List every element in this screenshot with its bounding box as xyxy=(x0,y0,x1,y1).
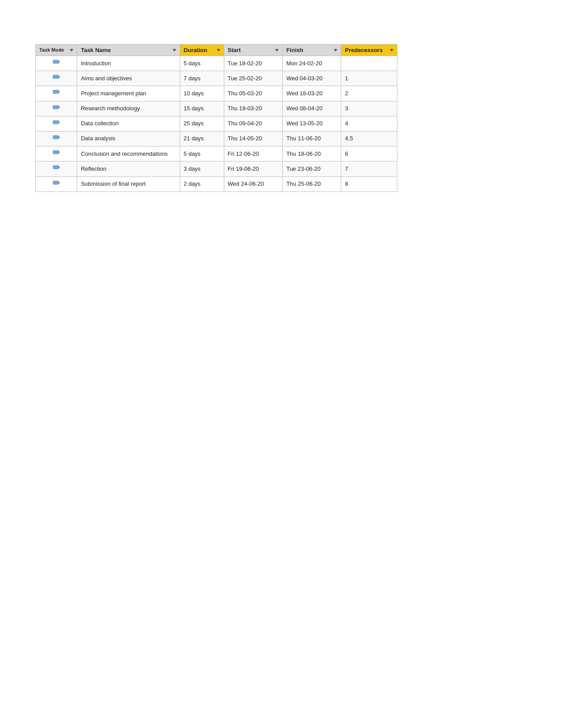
task-mode-icon xyxy=(53,73,60,81)
svg-marker-10 xyxy=(59,106,60,109)
predecessors-cell: 4 xyxy=(341,116,397,131)
start-cell: Fri 19-06-20 xyxy=(224,161,283,176)
finish-cell: Thu 11-06-20 xyxy=(283,131,341,146)
finish-cell: Wed 13-05-20 xyxy=(283,116,341,131)
task-name-cell: Project management plan xyxy=(77,86,180,101)
predecessors-cell: 4,5 xyxy=(341,131,397,146)
duration-cell: 7 days xyxy=(180,71,224,86)
predecessors-cell xyxy=(341,56,397,71)
sort-arrow-task-mode xyxy=(70,49,73,52)
svg-marker-4 xyxy=(59,75,60,78)
predecessors-cell: 7 xyxy=(341,161,397,176)
col-header-task-name[interactable]: Task Name xyxy=(77,45,180,56)
table-row: Reflection3 daysFri 19-06-20Tue 23-06-20… xyxy=(36,161,397,176)
task-mode-cell xyxy=(36,131,77,146)
task-mode-icon xyxy=(53,134,60,142)
gantt-table: Task Mode Task Name Duration xyxy=(35,44,397,192)
task-mode-icon xyxy=(53,104,60,112)
col-header-task-mode[interactable]: Task Mode xyxy=(36,45,77,56)
svg-rect-15 xyxy=(53,135,59,139)
task-name-cell: Data collection xyxy=(77,116,180,131)
duration-cell: 5 days xyxy=(180,56,224,71)
svg-rect-21 xyxy=(53,165,59,169)
predecessors-cell: 1 xyxy=(341,71,397,86)
duration-label: Duration xyxy=(184,47,207,53)
task-mode-icon xyxy=(53,58,60,66)
predecessors-cell: 3 xyxy=(341,101,397,116)
task-name-cell: Research methodology xyxy=(77,101,180,116)
svg-rect-0 xyxy=(53,60,59,64)
table-row: Submission of final report2 daysWed 24-0… xyxy=(36,176,397,191)
task-name-label: Task Name xyxy=(81,47,111,53)
task-mode-cell xyxy=(36,116,77,131)
task-mode-icon xyxy=(53,88,60,96)
duration-cell: 3 days xyxy=(180,161,224,176)
col-header-duration[interactable]: Duration xyxy=(180,45,224,56)
sort-arrow-predecessors xyxy=(390,49,393,52)
svg-rect-3 xyxy=(53,75,59,79)
task-name-cell: Data analysis xyxy=(77,131,180,146)
start-cell: Tue 18-02-20 xyxy=(224,56,283,71)
task-mode-cell xyxy=(36,176,77,191)
table-row: Research methodology15 daysThu 19-03-20W… xyxy=(36,101,397,116)
start-cell: Fri 12-06-20 xyxy=(224,146,283,161)
start-label: Start xyxy=(228,47,241,53)
task-name-cell: Conclusion and recommendations xyxy=(77,146,180,161)
predecessors-cell: 6 xyxy=(341,146,397,161)
svg-marker-13 xyxy=(59,121,60,124)
task-mode-cell xyxy=(36,146,77,161)
start-cell: Wed 24-06-20 xyxy=(224,176,283,191)
task-name-cell: Submission of final report xyxy=(77,176,180,191)
task-name-cell: Aims and objectives xyxy=(77,71,180,86)
col-header-start[interactable]: Start xyxy=(224,45,283,56)
sort-arrow-start xyxy=(275,49,279,52)
page: Task Mode Task Name Duration xyxy=(0,0,563,728)
start-cell: Tue 25-02-20 xyxy=(224,71,283,86)
finish-cell: Wed 08-04-20 xyxy=(283,101,341,116)
table-row: Project management plan10 daysThu 05-03-… xyxy=(36,86,397,101)
svg-marker-25 xyxy=(59,181,60,184)
task-name-cell: Reflection xyxy=(77,161,180,176)
task-mode-icon xyxy=(53,119,60,127)
finish-cell: Thu 25-06-20 xyxy=(283,176,341,191)
start-cell: Thu 09-04-20 xyxy=(224,116,283,131)
finish-cell: Tue 23-06-20 xyxy=(283,161,341,176)
sort-arrow-task-name xyxy=(173,49,176,52)
duration-cell: 10 days xyxy=(180,86,224,101)
start-cell: Thu 05-03-20 xyxy=(224,86,283,101)
svg-marker-16 xyxy=(59,136,60,139)
svg-rect-24 xyxy=(53,181,59,184)
task-mode-cell xyxy=(36,56,77,71)
duration-cell: 5 days xyxy=(180,146,224,161)
finish-cell: Thu 18-06-20 xyxy=(283,146,341,161)
finish-cell: Wed 04-03-20 xyxy=(283,71,341,86)
duration-cell: 15 days xyxy=(180,101,224,116)
task-name-cell: Introduction xyxy=(77,56,180,71)
svg-rect-9 xyxy=(53,105,59,109)
task-mode-cell xyxy=(36,161,77,176)
finish-cell: Wed 18-03-20 xyxy=(283,86,341,101)
predecessors-cell: 8 xyxy=(341,176,397,191)
col-header-finish[interactable]: Finish xyxy=(283,45,341,56)
start-cell: Thu 14-05-20 xyxy=(224,131,283,146)
sort-arrow-finish xyxy=(334,49,337,52)
task-mode-icon xyxy=(53,164,60,172)
col-header-predecessors[interactable]: Predecessors xyxy=(341,45,397,56)
finish-label: Finish xyxy=(286,47,303,53)
table-row: Introduction5 daysTue 18-02-20Mon 24-02-… xyxy=(36,56,397,71)
task-mode-cell xyxy=(36,101,77,116)
svg-rect-6 xyxy=(53,90,59,94)
svg-rect-12 xyxy=(53,120,59,124)
svg-marker-22 xyxy=(59,166,60,169)
table-row: Data collection25 daysThu 09-04-20Wed 13… xyxy=(36,116,397,131)
table-row: Aims and objectives7 daysTue 25-02-20Wed… xyxy=(36,71,397,86)
table-row: Data analysis21 daysThu 14-05-20Thu 11-0… xyxy=(36,131,397,146)
duration-cell: 21 days xyxy=(180,131,224,146)
svg-marker-7 xyxy=(59,90,60,93)
table-row: Conclusion and recommendations5 daysFri … xyxy=(36,146,397,161)
predecessors-cell: 2 xyxy=(341,86,397,101)
task-mode-icon xyxy=(53,149,60,157)
svg-marker-19 xyxy=(59,151,60,154)
task-mode-cell xyxy=(36,71,77,86)
task-mode-label: Task Mode xyxy=(39,47,64,53)
